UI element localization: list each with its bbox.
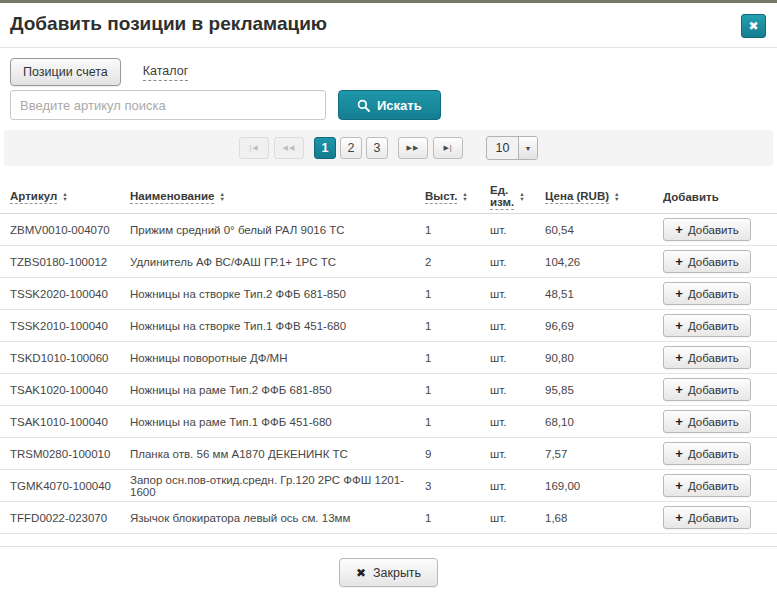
paginator-first-button[interactable]: |◀ [239, 137, 269, 159]
cell-qty: 3 [425, 480, 490, 492]
cell-qty: 1 [425, 352, 490, 364]
cell-qty: 9 [425, 448, 490, 460]
table-row: TSAK1010-100040 Ножницы на раме Тип.1 ФФ… [0, 406, 777, 438]
add-row-button-label: Добавить [688, 448, 739, 460]
table-header: Артикул ▲▼ Наименование ▲▼ Выст. ▲▼ Ед. … [0, 180, 777, 214]
cell-name: Ножницы на створке Тип.2 ФФБ 681-850 [130, 288, 425, 300]
cell-article: TSKD1010-100060 [10, 352, 130, 364]
cell-name: Язычок блокиратора левый ось см. 13мм [130, 512, 425, 524]
cell-name: Удлинитель АФ ВС/ФАШ ГР.1+ 1РС ТС [130, 256, 425, 268]
cell-price: 90,80 [545, 352, 655, 364]
page-number-button[interactable]: 1 [314, 137, 336, 159]
tab-catalog[interactable]: Каталог [143, 64, 188, 81]
add-row-button[interactable]: + Добавить [663, 506, 751, 529]
cell-name: Ножницы поворотные ДФ/МН [130, 352, 425, 364]
page-size-value: 10 [487, 137, 518, 159]
add-row-button[interactable]: + Добавить [663, 218, 751, 241]
cell-unit: шт. [490, 512, 545, 524]
plus-icon: + [675, 288, 683, 299]
add-row-button-label: Добавить [688, 288, 739, 300]
cell-qty: 1 [425, 288, 490, 300]
search-icon [357, 99, 370, 112]
cell-qty: 1 [425, 512, 490, 524]
cell-article: TSSK2020-100040 [10, 288, 130, 300]
close-icon: ✖ [748, 19, 758, 33]
footer-divider [0, 546, 777, 547]
add-row-button-label: Добавить [688, 320, 739, 332]
last-page-icon: ▶| [443, 144, 452, 152]
tab-bar: Позиции счета Каталог [10, 58, 188, 86]
close-icon: ✖ [356, 566, 366, 580]
cell-article: TFFD0022-023070 [10, 512, 130, 524]
add-row-button-label: Добавить [688, 352, 739, 364]
cell-article: TRSM0280-100010 [10, 448, 130, 460]
add-row-button[interactable]: + Добавить [663, 410, 751, 433]
cell-price: 104,26 [545, 256, 655, 268]
add-row-button[interactable]: + Добавить [663, 346, 751, 369]
page-size-trigger[interactable]: ▼ [518, 137, 537, 159]
close-dialog-button-label: Закрыть [373, 566, 421, 580]
plus-icon: + [675, 512, 683, 523]
column-header-qty[interactable]: Выст. ▲▼ [425, 190, 490, 204]
column-header-price[interactable]: Цена (RUB) ▲▼ [545, 190, 655, 204]
add-row-button[interactable]: + Добавить [663, 314, 751, 337]
plus-icon: + [675, 352, 683, 363]
cell-qty: 1 [425, 224, 490, 236]
close-dialog-button[interactable]: ✖ Закрыть [339, 558, 438, 587]
add-row-button-label: Добавить [688, 256, 739, 268]
paginator: |◀ ◀◀ 123 ▶▶ ▶| 10 ▼ [4, 130, 773, 166]
cell-article: TSSK2010-100040 [10, 320, 130, 332]
search-button[interactable]: Искать [338, 90, 441, 120]
footer: ✖ Закрыть [0, 558, 777, 587]
cell-qty: 1 [425, 384, 490, 396]
modal-close-button[interactable]: ✖ [741, 14, 766, 38]
first-page-icon: |◀ [249, 144, 258, 152]
page-number-button[interactable]: 2 [340, 137, 362, 159]
add-row-button[interactable]: + Добавить [663, 250, 751, 273]
add-row-button[interactable]: + Добавить [663, 282, 751, 305]
table-row: TSKD1010-100060 Ножницы поворотные ДФ/МН… [0, 342, 777, 374]
cell-unit: шт. [490, 224, 545, 236]
add-row-button[interactable]: + Добавить [663, 474, 751, 497]
cell-price: 1,68 [545, 512, 655, 524]
tab-catalog-label: Каталог [143, 64, 188, 78]
paginator-next-button[interactable]: ▶▶ [398, 137, 428, 159]
plus-icon: + [675, 448, 683, 459]
sort-icon: ▲▼ [614, 192, 619, 201]
column-header-add: Добавить [655, 191, 759, 203]
add-row-button[interactable]: + Добавить [663, 378, 751, 401]
add-row-button-label: Добавить [688, 384, 739, 396]
table-row: TZBS0180-100012 Удлинитель АФ ВС/ФАШ ГР.… [0, 246, 777, 278]
cell-unit: шт. [490, 480, 545, 492]
table-row: TGMK4070-100040 Запор осн.пов-откид.сред… [0, 470, 777, 502]
cell-qty: 1 [425, 416, 490, 428]
search-input[interactable] [10, 90, 326, 120]
cell-name: Прижим средний 0° белый РАЛ 9016 ТС [130, 224, 425, 236]
column-header-name[interactable]: Наименование ▲▼ [130, 190, 425, 204]
cell-unit: шт. [490, 288, 545, 300]
tab-invoice-positions[interactable]: Позиции счета [10, 58, 121, 86]
plus-icon: + [675, 384, 683, 395]
plus-icon: + [675, 416, 683, 427]
plus-icon: + [675, 256, 683, 267]
add-row-button[interactable]: + Добавить [663, 442, 751, 465]
sort-icon: ▲▼ [462, 192, 467, 201]
table-row: TSAK1020-100040 Ножницы на раме Тип.2 ФФ… [0, 374, 777, 406]
cell-unit: шт. [490, 352, 545, 364]
cell-price: 95,85 [545, 384, 655, 396]
paginator-last-button[interactable]: ▶| [433, 137, 463, 159]
column-header-unit[interactable]: Ед. изм. ▲▼ [490, 184, 545, 210]
cell-unit: шт. [490, 256, 545, 268]
cell-price: 48,51 [545, 288, 655, 300]
cell-price: 7,57 [545, 448, 655, 460]
paginator-prev-button[interactable]: ◀◀ [274, 137, 304, 159]
search-row: Искать [10, 90, 441, 120]
cell-article: TZBS0180-100012 [10, 256, 130, 268]
cell-article: TGMK4070-100040 [10, 480, 130, 492]
add-row-button-label: Добавить [688, 224, 739, 236]
plus-icon: + [675, 320, 683, 331]
column-header-article[interactable]: Артикул ▲▼ [10, 190, 130, 204]
cell-qty: 1 [425, 320, 490, 332]
page-size-select[interactable]: 10 ▼ [486, 136, 538, 160]
page-number-button[interactable]: 3 [366, 137, 388, 159]
